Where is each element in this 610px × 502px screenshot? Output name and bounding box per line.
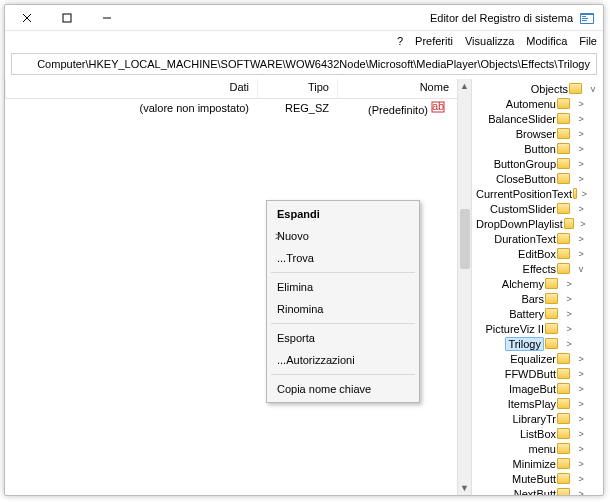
string-value-icon: ab: [431, 100, 445, 114]
ctx-copykey[interactable]: Copia nome chiave: [267, 378, 419, 400]
menubar: File Modifica Visualizza Preferiti ?: [5, 31, 603, 51]
expander-icon[interactable]: <: [575, 458, 587, 470]
tree-node[interactable]: <ListBox: [476, 426, 603, 441]
expander-icon[interactable]: <: [563, 338, 575, 350]
folder-icon: [545, 278, 558, 289]
tree-pane[interactable]: ▲ ▼ vObjects<Automenu<BalanceSlider<Brow…: [457, 79, 603, 495]
tree-node[interactable]: <MuteButt: [476, 471, 603, 486]
ctx-delete[interactable]: Elimina: [267, 276, 419, 298]
menu-favorites[interactable]: Preferiti: [415, 35, 453, 47]
separator: [271, 272, 415, 273]
tree-label: LibraryTr: [512, 413, 556, 425]
expander-icon[interactable]: <: [582, 188, 587, 200]
tree-label: Trilogy: [505, 337, 544, 351]
tree-node[interactable]: <CustomSlider: [476, 201, 603, 216]
folder-icon: [557, 443, 570, 454]
close-button[interactable]: [7, 6, 47, 30]
tree-label: Bars: [521, 293, 544, 305]
expander-icon[interactable]: <: [575, 173, 587, 185]
separator: [271, 323, 415, 324]
tree-node[interactable]: <Browser: [476, 126, 603, 141]
expander-icon[interactable]: <: [563, 323, 575, 335]
separator: [271, 374, 415, 375]
expander-icon[interactable]: <: [575, 488, 587, 496]
minimize-button[interactable]: [87, 6, 127, 30]
col-name[interactable]: Nome: [337, 79, 457, 98]
tree-node[interactable]: <DurationText: [476, 231, 603, 246]
expander-icon[interactable]: <: [579, 218, 587, 230]
col-type[interactable]: Tipo: [257, 79, 337, 98]
expander-icon[interactable]: <: [575, 248, 587, 260]
maximize-button[interactable]: [47, 6, 87, 30]
expander-icon[interactable]: <: [575, 143, 587, 155]
expander-icon[interactable]: <: [563, 308, 575, 320]
tree-label: Objects: [531, 83, 568, 95]
expander-icon[interactable]: <: [575, 128, 587, 140]
tree-node[interactable]: <FFWDButt: [476, 366, 603, 381]
expander-icon[interactable]: <: [563, 293, 575, 305]
tree-node[interactable]: <Battery: [476, 306, 603, 321]
expander-icon[interactable]: <: [575, 398, 587, 410]
tree-node[interactable]: <NextButt: [476, 486, 603, 495]
value-row[interactable]: ab (Predefinito) REG_SZ (valore non impo…: [5, 99, 457, 117]
tree-node[interactable]: <DropDownPlaylist: [476, 216, 603, 231]
tree-label: CustomSlider: [490, 203, 556, 215]
expander-icon[interactable]: <: [563, 278, 575, 290]
tree-node[interactable]: <Automenu: [476, 96, 603, 111]
tree-node[interactable]: <Trilogy: [476, 336, 603, 351]
tree-node[interactable]: <Alchemy: [476, 276, 603, 291]
expander-icon[interactable]: <: [575, 368, 587, 380]
tree-node[interactable]: <Equalizer: [476, 351, 603, 366]
ctx-rename[interactable]: Rinomina: [267, 298, 419, 320]
ctx-find[interactable]: Trova...: [267, 247, 419, 269]
tree-node[interactable]: <ButtonGroup: [476, 156, 603, 171]
expander-icon[interactable]: <: [575, 353, 587, 365]
tree-node[interactable]: <Minimize: [476, 456, 603, 471]
expander-icon[interactable]: <: [575, 443, 587, 455]
expander-icon[interactable]: <: [575, 113, 587, 125]
expander-icon[interactable]: <: [575, 203, 587, 215]
tree-node[interactable]: <CloseButton: [476, 171, 603, 186]
scroll-down-icon[interactable]: ▼: [458, 481, 471, 495]
tree-node[interactable]: <ImageBut: [476, 381, 603, 396]
tree-node[interactable]: <EditBox: [476, 246, 603, 261]
ctx-expand[interactable]: Espandi: [267, 203, 419, 225]
address-bar[interactable]: Computer\HKEY_LOCAL_MACHINE\SOFTWARE\WOW…: [11, 53, 597, 75]
tree-label: DurationText: [494, 233, 556, 245]
tree-node[interactable]: <ItemsPlay: [476, 396, 603, 411]
menu-edit[interactable]: Modifica: [526, 35, 567, 47]
tree-node[interactable]: <BalanceSlider: [476, 111, 603, 126]
expander-icon[interactable]: v: [587, 83, 599, 95]
expander-icon[interactable]: <: [575, 413, 587, 425]
scroll-thumb[interactable]: [460, 209, 470, 269]
tree-scrollbar[interactable]: ▲ ▼: [458, 79, 472, 495]
tree-node[interactable]: <menu: [476, 441, 603, 456]
tree-node[interactable]: <Button: [476, 141, 603, 156]
expander-icon[interactable]: <: [575, 158, 587, 170]
app-icon: [579, 10, 595, 26]
tree-node[interactable]: <CurrentPositionText: [476, 186, 603, 201]
menu-file[interactable]: File: [579, 35, 597, 47]
expander-icon[interactable]: <: [575, 428, 587, 440]
tree-label: CurrentPositionText: [476, 188, 572, 200]
tree-node[interactable]: vEffects: [476, 261, 603, 276]
expander-icon[interactable]: <: [575, 383, 587, 395]
menu-view[interactable]: Visualizza: [465, 35, 514, 47]
tree-node[interactable]: <LibraryTr: [476, 411, 603, 426]
col-data[interactable]: Dati: [5, 79, 257, 98]
ctx-new[interactable]: Nuovo: [267, 225, 419, 247]
menu-help[interactable]: ?: [397, 35, 403, 47]
expander-icon[interactable]: <: [575, 233, 587, 245]
folder-icon: [557, 383, 570, 394]
expander-icon[interactable]: <: [575, 98, 587, 110]
ctx-permissions[interactable]: Autorizzazioni...: [267, 349, 419, 371]
ctx-export[interactable]: Esporta: [267, 327, 419, 349]
tree-node[interactable]: <Bars: [476, 291, 603, 306]
folder-icon: [545, 293, 558, 304]
tree-node[interactable]: <PictureViz II: [476, 321, 603, 336]
tree-node[interactable]: vObjects: [476, 81, 603, 96]
expander-icon[interactable]: v: [575, 263, 587, 275]
expander-icon[interactable]: <: [575, 473, 587, 485]
tree-label: Effects: [523, 263, 556, 275]
scroll-up-icon[interactable]: ▲: [458, 79, 471, 93]
